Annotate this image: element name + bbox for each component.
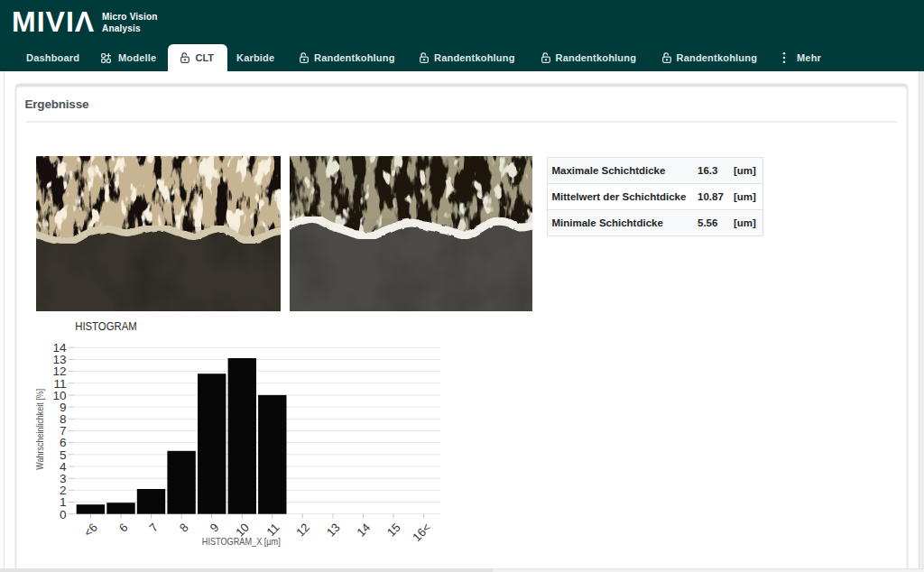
svg-text:12: 12 [52,364,66,378]
svg-text:13: 13 [52,353,66,366]
svg-text:7: 7 [59,424,66,438]
svg-text:10: 10 [52,389,66,402]
svg-text:2: 2 [59,484,66,497]
svg-text:8: 8 [176,521,190,535]
svg-text:6: 6 [116,521,130,535]
svg-text:8: 8 [59,412,66,426]
svg-text:3: 3 [59,472,66,485]
svg-text:12: 12 [293,521,312,540]
svg-text:5: 5 [59,448,66,462]
svg-text:11: 11 [53,377,66,391]
svg-text:HISTOGRAM: HISTOGRAM [75,319,137,333]
svg-text:14: 14 [354,521,373,540]
svg-text:16<: 16< [410,521,433,544]
svg-text:<6: <6 [80,521,99,540]
svg-text:0: 0 [59,508,66,521]
svg-text:6: 6 [59,436,66,449]
svg-text:HISTOGRAM_X [µm]: HISTOGRAM_X [µm] [201,536,280,547]
svg-text:1: 1 [59,495,66,509]
svg-text:9: 9 [59,401,66,414]
svg-text:9: 9 [207,521,221,535]
svg-text:Wahrscheinlichkeit [%]: Wahrscheinlichkeit [%] [35,389,45,470]
svg-text:13: 13 [323,521,342,540]
svg-text:14: 14 [52,341,67,355]
svg-text:7: 7 [146,521,161,535]
svg-text:15: 15 [383,521,402,540]
svg-text:4: 4 [59,460,66,474]
